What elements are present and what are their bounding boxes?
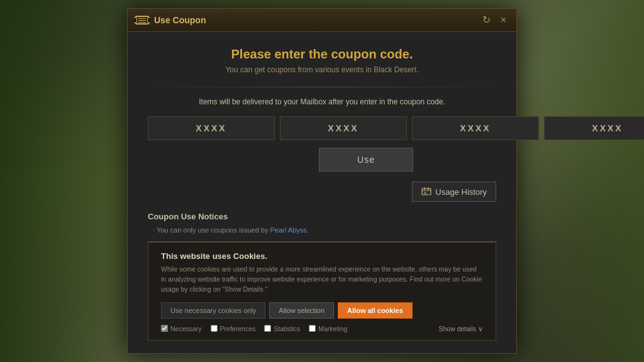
modal-subheadline: You can get coupons from various events … — [148, 65, 496, 74]
coupon-inputs — [148, 116, 496, 140]
notices-section: Coupon Use Notices · You can only use co… — [148, 212, 496, 234]
coupon-line-2 — [138, 20, 146, 21]
modal-controls: ↻ × — [480, 14, 509, 26]
notice-item-1: · You can only use coupons issued by Pea… — [148, 226, 496, 234]
coupon-input-1[interactable] — [148, 116, 275, 140]
usage-history-row: Usage History — [148, 182, 496, 202]
coupon-icon — [135, 16, 149, 25]
modal-overlay: Use Coupon ↻ × Please enter the coupon c… — [0, 0, 644, 362]
coupon-line-1 — [138, 18, 146, 19]
coupon-icon-lines — [138, 18, 146, 23]
cookie-title: This website uses Cookies. — [161, 251, 483, 261]
necessary-checkbox[interactable] — [161, 325, 168, 332]
allow-all-cookies-button[interactable]: Allow all cookies — [338, 302, 413, 319]
cookie-buttons: Use necessary cookies only Allow selecti… — [161, 302, 483, 319]
marketing-checkbox[interactable] — [309, 325, 316, 332]
show-details-label: Show details — [438, 325, 476, 332]
coupon-line-3 — [138, 22, 146, 23]
allow-selection-button[interactable]: Allow selection — [269, 302, 334, 319]
marketing-label: Marketing — [318, 325, 347, 332]
statistics-label: Statistics — [274, 325, 300, 332]
necessary-checkbox-label[interactable]: Necessary — [161, 325, 202, 332]
cookie-banner: This website uses Cookies. While some co… — [148, 241, 496, 340]
statistics-checkbox[interactable] — [264, 325, 271, 332]
statistics-checkbox-label[interactable]: Statistics — [264, 325, 300, 332]
divider — [148, 87, 496, 87]
use-coupon-modal: Use Coupon ↻ × Please enter the coupon c… — [127, 8, 517, 353]
refresh-button[interactable]: ↻ — [480, 14, 493, 26]
modal-title-text: Use Coupon — [154, 15, 206, 25]
necessary-cookies-button[interactable]: Use necessary cookies only — [161, 302, 265, 319]
notices-title: Coupon Use Notices — [148, 212, 496, 221]
modal-title-left: Use Coupon — [135, 15, 206, 25]
history-icon — [421, 187, 431, 197]
preferences-checkbox[interactable] — [211, 325, 218, 332]
modal-titlebar: Use Coupon ↻ × — [128, 9, 516, 32]
svg-rect-3 — [428, 188, 429, 190]
usage-history-label: Usage History — [435, 187, 487, 197]
svg-rect-2 — [424, 188, 425, 190]
mailbox-notice: Items will be delivered to your Mailbox … — [148, 97, 496, 106]
pearl-abyss-link[interactable]: Pearl Abyss. — [270, 226, 309, 234]
modal-body: Please enter the coupon code. You can ge… — [128, 32, 516, 353]
coupon-input-2[interactable] — [280, 116, 407, 140]
show-details-button[interactable]: Show details ∨ — [438, 325, 483, 332]
use-button-row: Use — [148, 148, 496, 172]
use-button[interactable]: Use — [319, 148, 413, 172]
coupon-input-4[interactable] — [544, 116, 644, 140]
preferences-label: Preferences — [220, 325, 256, 332]
cookie-text: While some cookies are used to provide a… — [161, 265, 483, 294]
usage-history-button[interactable]: Usage History — [412, 182, 496, 202]
marketing-checkbox-label[interactable]: Marketing — [309, 325, 347, 332]
coupon-input-3[interactable] — [412, 116, 539, 140]
preferences-checkbox-label[interactable]: Preferences — [211, 325, 256, 332]
cookie-checkboxes: Necessary Preferences Statistics Marketi… — [161, 325, 483, 332]
necessary-label: Necessary — [170, 325, 202, 332]
chevron-down-icon: ∨ — [478, 325, 483, 332]
close-button[interactable]: × — [498, 14, 509, 26]
modal-headline: Please enter the coupon code. — [148, 47, 496, 62]
